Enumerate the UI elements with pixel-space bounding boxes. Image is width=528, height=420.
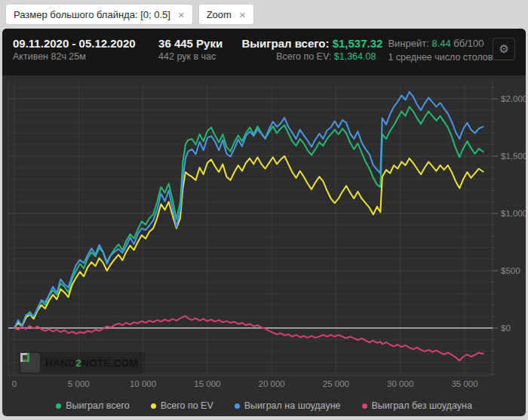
y-axis-label: $1,500 [501,152,526,161]
series-line-1 [14,156,483,328]
legend-label: Всего по EV [161,400,213,411]
stats-header: 09.11.2020 - 05.12.2020 Активен 82ч 25м … [2,29,526,75]
legend-label: Выиграл всего [66,400,129,411]
y-axis-label: $1,000 [501,209,526,218]
session-report-panel: 09.11.2020 - 05.12.2020 Активен 82ч 25м … [2,29,526,416]
avg-tables: 1 среднее число столов [388,51,493,64]
active-time: Активен 82ч 25м [13,51,158,63]
legend-item-0[interactable]: Выиграл всего [56,400,129,411]
won-total-value: $1,537.32 [333,37,383,50]
filter-chip-big-blind[interactable]: Размер большого блайнда: [0; 0.5] × [6,5,192,24]
gear-icon[interactable]: ⚙ [493,38,515,60]
filter-bar: Размер большого блайнда: [0; 0.5] × Zoom… [0,0,528,29]
legend-dot-icon [56,403,61,409]
x-axis-label: 5 000 [68,379,90,388]
x-axis-label: 0 [12,379,17,388]
watermark-text: HAND2NOTE.COM [45,357,138,369]
chart-legend: Выиграл всегоВсего по EVВыиграл на шоуда… [2,400,526,411]
hand2note-logo-icon [20,353,40,372]
winnings-chart[interactable]: $0$500$1,000$1,500$2,00005 00010 00015 0… [2,75,526,416]
legend-item-3[interactable]: Выиграл без шоудауна [362,400,472,411]
x-axis-label: 10 000 [130,379,156,388]
y-axis-label: $500 [501,266,520,275]
close-icon[interactable]: × [178,9,185,20]
legend-dot-icon [362,403,367,409]
hand2note-watermark: HAND2NOTE.COM [19,351,145,374]
x-axis-label: 30 000 [387,379,413,388]
ev-total-value: $1,364.08 [334,51,376,62]
hands-total: 36 445 Руки [158,36,241,51]
y-axis-label: $2,000 [501,94,526,103]
ev-total-line: Всего по EV: $1,364.08 [241,51,376,63]
winrate-line: Винрейт: 8.44 бб/100 [388,37,493,51]
legend-item-2[interactable]: Выиграл на шоудауне [235,400,341,411]
x-axis-label: 35 000 [451,379,477,388]
close-icon[interactable]: × [239,9,246,20]
x-axis-label: 25 000 [323,379,349,388]
y-axis-label: $0 [501,323,511,333]
hands-per-hour: 442 рук в час [158,51,241,63]
filter-chip-zoom[interactable]: Zoom × [199,5,253,24]
winrate-value: 8.44 [431,38,450,49]
legend-dot-icon [151,403,156,409]
filter-chip-label: Zoom [207,9,232,20]
x-axis-label: 15 000 [194,379,220,388]
series-line-0 [14,107,483,328]
x-axis-label: 20 000 [259,379,285,388]
series-line-2 [14,92,483,328]
legend-dot-icon [235,403,240,409]
won-total-line: Выиграл всего: $1,537.32 [241,36,376,51]
legend-label: Выиграл без шоудауна [372,400,472,411]
date-range: 09.11.2020 - 05.12.2020 [13,36,158,51]
legend-label: Выиграл на шоудауне [244,400,341,411]
filter-chip-label: Размер большого блайнда: [0; 0.5] [14,9,170,20]
legend-item-1[interactable]: Всего по EV [151,400,213,411]
